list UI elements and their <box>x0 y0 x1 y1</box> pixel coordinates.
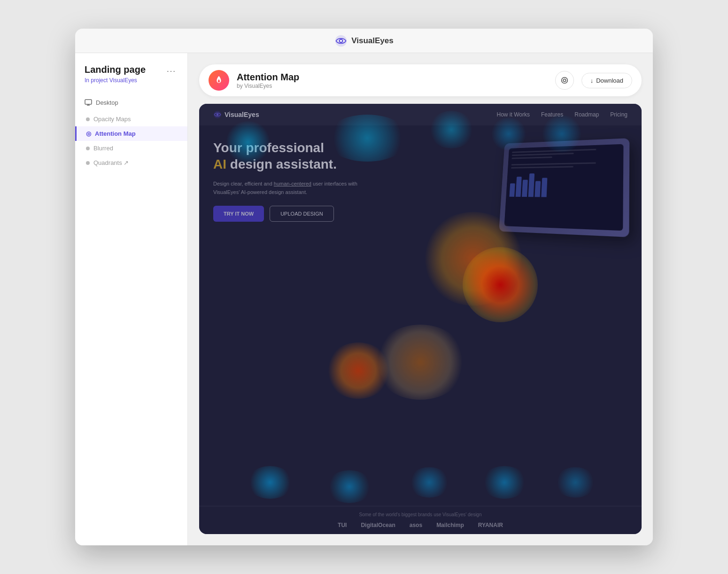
site-nav-links: How it Works Features Roadmap Pricing <box>496 111 627 118</box>
heatmap-preview-card: VisualEyes How it Works Features Roadmap… <box>199 104 642 534</box>
nav-link-2[interactable]: Features <box>541 111 563 118</box>
project-prefix: In project <box>85 77 108 84</box>
nav-link-1[interactable]: How it Works <box>496 111 529 118</box>
download-icon: ↓ <box>590 77 594 84</box>
eye-icon <box>334 34 348 47</box>
bar-4 <box>528 173 534 197</box>
device-mockup <box>499 138 629 237</box>
brand-tui: TUI <box>338 522 347 528</box>
bar-5 <box>534 181 541 197</box>
toolbar-subtitle: by VisualEyes <box>237 83 548 89</box>
download-button[interactable]: ↓ Download <box>581 73 632 88</box>
hero-title-rest: design assistant. <box>230 157 337 171</box>
brand-asos: asos <box>410 522 422 528</box>
screen-line-4 <box>511 162 596 165</box>
brand-mailchimp: Mailchimp <box>436 522 464 528</box>
sidebar-device-section: Desktop <box>75 91 187 110</box>
upload-design-button[interactable]: UPLOAD DESIGN <box>270 206 333 222</box>
website-content: VisualEyes How it Works Features Roadmap… <box>199 104 642 534</box>
sidebar-project-label: In project VisualEyes <box>85 77 146 84</box>
item-dot-3 <box>86 147 90 150</box>
sidebar-title-group: Landing page In project VisualEyes <box>85 64 146 84</box>
sidebar-label-4: Quadrants ↗ <box>93 159 129 166</box>
content-area: Attention Map by VisualEyes ↓ Download <box>188 53 653 545</box>
sidebar: Landing page In project VisualEyes ⋯ Des… <box>75 53 188 545</box>
svg-rect-3 <box>85 100 92 104</box>
screen-line-5 <box>511 166 573 168</box>
sidebar-label-2: Attention Map <box>95 130 136 137</box>
brands-tagline: Some of the world's biggest brands use V… <box>213 512 627 517</box>
brands-logos: TUI DigitalOcean asos Mailchimp RYANAIR <box>213 522 627 528</box>
bar-2 <box>516 177 522 197</box>
sidebar-item-opacity-maps[interactable]: Opacity Maps <box>75 112 187 126</box>
sidebar-item-blurred[interactable]: Blurred <box>75 141 187 155</box>
site-brands: Some of the world's biggest brands use V… <box>199 506 642 534</box>
active-item-icon: ◎ <box>86 130 91 137</box>
attention-map-icon-circle <box>209 70 229 91</box>
svg-point-9 <box>217 114 219 116</box>
desktop-icon <box>85 99 92 106</box>
sidebar-title: Landing page <box>85 64 146 75</box>
site-hero-desc: Design clear, efficient and human-center… <box>213 180 364 196</box>
download-label: Download <box>596 77 623 84</box>
bar-6 <box>541 178 547 197</box>
sidebar-items-list: Opacity Maps ◎ Attention Map Blurred Qua… <box>75 110 187 172</box>
pin-button[interactable] <box>555 71 574 90</box>
item-dot-1 <box>86 117 90 121</box>
sidebar-item-attention-map[interactable]: ◎ Attention Map <box>75 126 187 141</box>
site-logo-text: VisualEyes <box>225 111 259 118</box>
sidebar-header: Landing page In project VisualEyes ⋯ <box>75 64 187 85</box>
sidebar-label-1: Opacity Maps <box>93 116 131 123</box>
hero-title-ai: AI <box>213 157 230 171</box>
brand-ryanair: RYANAIR <box>478 522 503 528</box>
nav-link-4[interactable]: Pricing <box>610 111 627 118</box>
site-hero-right <box>425 140 627 496</box>
nav-link-3[interactable]: Roadmap <box>574 111 599 118</box>
screen-line-2 <box>512 153 574 156</box>
try-it-now-button[interactable]: TRY IT NOW <box>213 206 264 222</box>
three-dots-menu[interactable]: ⋯ <box>164 64 178 78</box>
device-screen <box>504 144 624 231</box>
site-nav: VisualEyes How it Works Features Roadmap… <box>199 104 642 125</box>
sidebar-item-quadrants[interactable]: Quadrants ↗ <box>75 155 187 170</box>
app-window: VisualEyes Landing page In project Visua… <box>75 29 653 545</box>
brand-name: VisualEyes <box>351 36 393 46</box>
bar-3 <box>522 180 528 197</box>
site-hero-title: Your professional AI design assistant. <box>213 140 416 172</box>
desktop-label: Desktop <box>96 99 118 106</box>
flame-icon <box>214 75 224 85</box>
toolbar-title: Attention Map <box>237 72 548 83</box>
pin-icon <box>560 76 569 85</box>
main-layout: Landing page In project VisualEyes ⋯ Des… <box>75 53 653 545</box>
screen-line-1 <box>512 149 596 153</box>
brand-digitalocean: DigitalOcean <box>361 522 395 528</box>
site-hero-left: Your professional AI design assistant. D… <box>213 140 416 496</box>
site-logo-icon <box>213 110 222 119</box>
project-name: VisualEyes <box>109 77 137 84</box>
toolbar-title-group: Attention Map by VisualEyes <box>237 72 548 89</box>
svg-point-7 <box>563 79 565 81</box>
top-bar: VisualEyes <box>75 29 653 53</box>
sidebar-label-3: Blurred <box>93 145 113 152</box>
item-dot-4 <box>86 161 90 165</box>
site-hero: Your professional AI design assistant. D… <box>199 125 642 506</box>
brand-logo-area: VisualEyes <box>334 34 393 47</box>
site-hero-buttons: TRY IT NOW UPLOAD DESIGN <box>213 206 416 222</box>
screen-line-3 <box>511 156 552 159</box>
toolbar-card: Attention Map by VisualEyes ↓ Download <box>199 64 642 96</box>
hero-underline: human-centered <box>274 181 311 186</box>
screen-bars <box>509 172 619 198</box>
hero-title-line1: Your professional <box>213 140 324 155</box>
site-logo: VisualEyes <box>213 110 259 119</box>
svg-point-6 <box>561 78 567 84</box>
bar-1 <box>509 183 515 196</box>
svg-point-2 <box>340 39 342 41</box>
